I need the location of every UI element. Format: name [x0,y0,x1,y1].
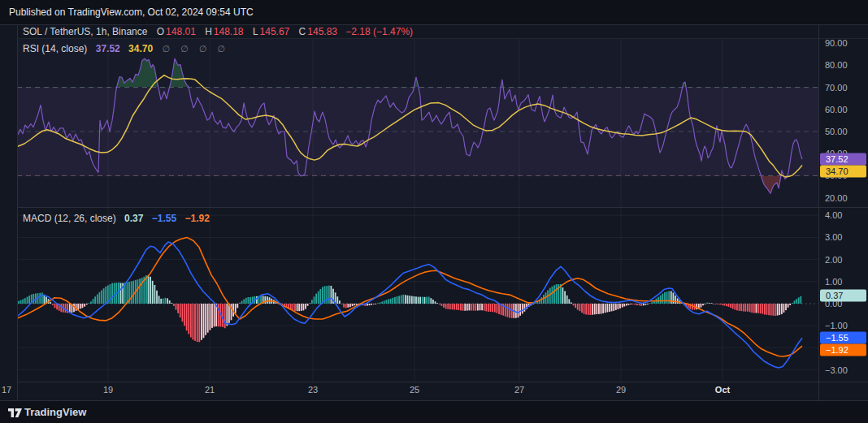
tradingview-brand[interactable]: TradingView [24,401,86,423]
axis-label: 2.00 [825,255,842,265]
close-label: C [299,26,306,37]
time-label: 19 [103,385,113,395]
macd-line-value: −1.55 [152,213,176,224]
rsi-legend-title[interactable]: RSI (14, close) [23,43,87,54]
time-label: 27 [514,385,524,395]
time-label: 23 [308,385,318,395]
pane-separator[interactable] [17,207,868,208]
macd-line [18,242,802,368]
rsi-legend[interactable]: RSI (14, close) 37.52 34.70 ∅ ∅ ∅ ∅ [23,43,229,54]
axis-label: 60.00 [825,105,848,114]
macd-legend-title[interactable]: MACD (12, 26, close) [23,213,116,224]
rsi-hidden-values-icons: ∅ ∅ ∅ ∅ [162,44,229,54]
time-label: 29 [616,385,626,395]
price-badge: 34.70 [820,166,866,178]
high-value: 148.18 [214,26,244,37]
price-scale-border [818,24,819,400]
macd-legend[interactable]: MACD (12, 26, close) 0.37 −1.55 −1.92 [23,213,210,224]
chart-left-border [17,24,18,400]
axis-label: 90.00 [825,38,848,48]
published-text: Published on TradingView.com, Oct 02, 20… [9,0,254,24]
price-badge: 0.37 [820,290,866,302]
symbol-row-divider [17,38,868,39]
tradingview-snapshot: Published on TradingView.com, Oct 02, 20… [0,0,868,423]
axis-label: −1.00 [825,321,848,330]
price-badge: −1.92 [820,344,866,356]
rsi-ma-value: 34.70 [128,43,153,54]
axis-label: 20.00 [825,193,848,203]
low-label: L [253,26,258,37]
axis-label: 50.00 [825,127,848,136]
symbol-title[interactable]: SOL / TetherUS, 1h, Binance [23,26,147,37]
time-label: 21 [205,385,215,395]
axis-label: 3.00 [825,232,842,242]
open-value: 148.01 [166,26,196,37]
macd-hist-value: 0.37 [124,213,143,224]
axis-label: 80.00 [825,60,848,70]
time-label: 25 [410,385,419,395]
tradingview-logo-icon[interactable] [8,408,22,418]
high-label: H [205,26,212,37]
axis-label: 1.00 [825,277,842,287]
axis-label: 70.00 [825,83,848,93]
time-scale[interactable]: 17192123252729Oct [0,382,868,400]
price-badge: 37.52 [820,153,866,166]
axis-label: −3.00 [825,365,848,375]
rsi-value: 37.52 [96,43,120,54]
change-value: −2.18 (−1.47%) [345,26,413,37]
axis-label: 4.00 [825,210,842,220]
open-label: O [157,26,164,37]
macd-signal-value: −1.92 [184,213,209,224]
published-bar: Published on TradingView.com, Oct 02, 20… [0,0,868,25]
footer-bar: TradingView [0,400,868,423]
low-value: 145.67 [260,26,290,37]
close-value: 145.83 [307,26,337,37]
time-label: Oct [715,385,730,395]
price-badge: −1.55 [820,332,866,344]
macd-histogram [18,275,801,342]
time-label: 17 [2,385,11,395]
symbol-row[interactable]: SOL / TetherUS, 1h, Binance O148.01 H148… [17,25,868,38]
